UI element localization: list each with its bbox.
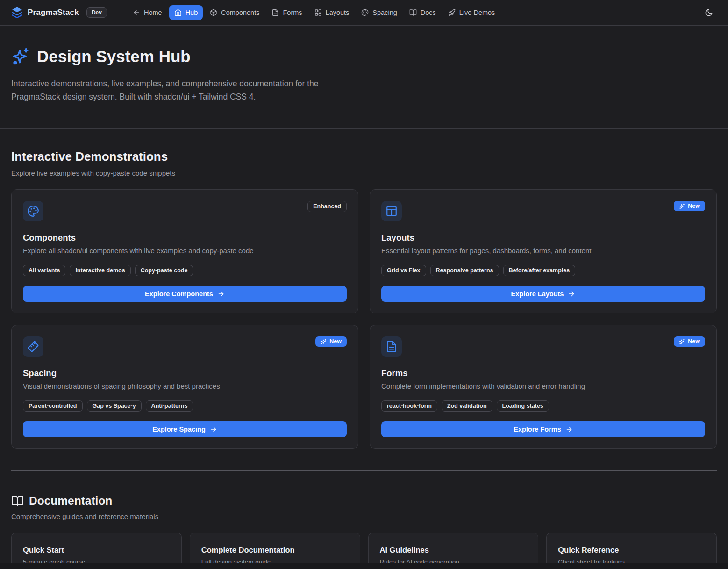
tag: Interactive demos xyxy=(70,265,130,276)
sparkles-icon xyxy=(11,47,30,66)
package-icon xyxy=(210,9,217,16)
nav-right xyxy=(701,5,717,21)
card-title: Components xyxy=(23,233,347,243)
book-open-icon xyxy=(11,495,24,507)
doc-card-title: Quick Start xyxy=(23,546,170,555)
new-badge: New xyxy=(674,201,705,211)
house-icon xyxy=(174,9,182,16)
demos-subheading: Explore live examples with copy-paste co… xyxy=(11,169,717,177)
arrow-right-icon xyxy=(565,426,573,433)
footer-strip xyxy=(0,563,728,569)
card-description: Visual demonstrations of spacing philoso… xyxy=(23,382,347,390)
rocket-icon xyxy=(448,9,456,16)
card-title: Layouts xyxy=(381,233,705,243)
nav-item-spacing[interactable]: Spacing xyxy=(356,5,402,20)
nav-item-home[interactable]: Home xyxy=(128,5,167,20)
components-icon-tile xyxy=(23,201,43,221)
page-title: Design System Hub xyxy=(11,47,717,66)
tag: Loading states xyxy=(497,400,549,412)
file-text-icon xyxy=(385,341,398,353)
panels-top-icon xyxy=(385,205,398,217)
arrow-left-icon xyxy=(133,9,140,16)
brand[interactable]: PragmaStack Dev xyxy=(11,7,107,19)
palette-icon xyxy=(27,205,39,217)
nav-item-forms[interactable]: Forms xyxy=(266,5,307,20)
tag: Before/after examples xyxy=(503,265,576,276)
tag: react-hook-form xyxy=(381,400,437,412)
explore-spacing-button[interactable]: Explore Spacing xyxy=(23,421,347,437)
layout-grid-icon xyxy=(314,9,322,16)
tag: Gap vs Space-y xyxy=(87,400,142,412)
nav-item-components[interactable]: Components xyxy=(205,5,264,20)
tag: Parent-controlled xyxy=(23,400,83,412)
card-title: Forms xyxy=(381,368,705,378)
hero: Design System Hub Interactive demonstrat… xyxy=(0,26,728,129)
nav-item-hub[interactable]: Hub xyxy=(169,5,203,20)
demo-card-layouts: New Layouts Essential layout patterns fo… xyxy=(370,189,717,313)
card-description: Explore all shadcn/ui components with li… xyxy=(23,247,347,255)
main-content: Interactive Demonstrations Explore live … xyxy=(0,149,728,569)
tag: Anti-patterns xyxy=(146,400,193,412)
env-badge: Dev xyxy=(86,7,107,18)
navbar: PragmaStack Dev Home Hub Components Fo xyxy=(0,0,728,26)
new-badge: New xyxy=(674,336,705,347)
arrow-right-icon xyxy=(210,426,217,433)
explore-components-button[interactable]: Explore Components xyxy=(23,286,347,302)
ruler-icon xyxy=(27,341,39,353)
arrow-right-icon xyxy=(568,290,575,298)
new-badge: New xyxy=(315,336,347,347)
tag: Responsive patterns xyxy=(430,265,499,276)
nav-item-live-demos[interactable]: Live Demos xyxy=(443,5,500,20)
nav-item-layouts[interactable]: Layouts xyxy=(309,5,355,20)
demo-card-components: Enhanced Components Explore all shadcn/u… xyxy=(11,189,358,313)
demo-card-forms: New Forms Complete form implementations … xyxy=(370,325,717,449)
brand-name: PragmaStack xyxy=(28,8,79,17)
enhanced-badge: Enhanced xyxy=(307,201,347,212)
doc-card-title: Quick Reference xyxy=(558,546,705,555)
docs-heading: Documentation xyxy=(11,494,717,507)
tag: Zod validation xyxy=(442,400,492,412)
layouts-icon-tile xyxy=(381,201,402,221)
hero-subtitle: Interactive demonstrations, live example… xyxy=(11,77,359,103)
section-divider xyxy=(11,470,717,471)
card-description: Complete form implementations with valid… xyxy=(381,382,705,390)
palette-icon xyxy=(361,9,369,16)
sparkles-icon xyxy=(679,203,685,209)
docs-subheading: Comprehensive guides and reference mater… xyxy=(11,512,717,520)
tag: All variants xyxy=(23,265,65,276)
spacing-icon-tile xyxy=(23,336,43,357)
arrow-right-icon xyxy=(217,290,225,298)
moon-icon xyxy=(705,8,713,17)
nav-item-docs[interactable]: Docs xyxy=(404,5,441,20)
layers-logo-icon xyxy=(11,7,23,19)
explore-forms-button[interactable]: Explore Forms xyxy=(381,421,705,437)
demos-heading: Interactive Demonstrations xyxy=(11,149,717,164)
demo-card-spacing: New Spacing Visual demonstrations of spa… xyxy=(11,325,358,449)
demo-cards-grid: Enhanced Components Explore all shadcn/u… xyxy=(11,189,717,449)
doc-card-title: Complete Documentation xyxy=(201,546,349,555)
nav-links: Home Hub Components Forms Layouts xyxy=(128,5,500,20)
file-text-icon xyxy=(271,9,279,16)
doc-card-title: AI Guidelines xyxy=(380,546,527,555)
card-description: Essential layout patterns for pages, das… xyxy=(381,247,705,255)
forms-icon-tile xyxy=(381,336,402,357)
tag: Grid vs Flex xyxy=(381,265,426,276)
card-title: Spacing xyxy=(23,368,347,378)
theme-toggle-button[interactable] xyxy=(701,5,717,21)
sparkles-icon xyxy=(679,339,685,345)
sparkles-icon xyxy=(321,339,327,345)
tag: Copy-paste code xyxy=(135,265,193,276)
explore-layouts-button[interactable]: Explore Layouts xyxy=(381,286,705,302)
book-open-icon xyxy=(409,9,417,16)
